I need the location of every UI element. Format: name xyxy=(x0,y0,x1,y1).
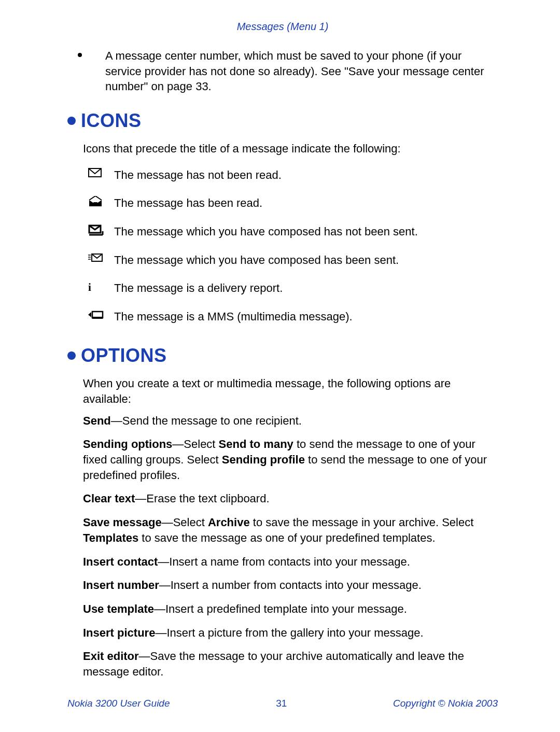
icon-label: The message which you have composed has … xyxy=(114,253,399,268)
icon-row: The message has not been read. xyxy=(88,168,498,183)
icon-label: The message is a delivery report. xyxy=(114,281,283,296)
option-item: Sending options—Select Send to many to s… xyxy=(83,437,498,483)
delivery-report-icon: i xyxy=(88,281,114,294)
icon-label: The message which you have composed has … xyxy=(114,224,418,240)
footer-left: Nokia 3200 User Guide xyxy=(67,698,170,709)
icon-label: The message has not been read. xyxy=(114,168,282,183)
icon-label: The message is a MMS (multimedia message… xyxy=(114,309,353,325)
read-envelope-icon xyxy=(88,196,114,207)
options-list: Send—Send the message to one recipient.S… xyxy=(67,413,498,680)
mms-icon xyxy=(88,309,114,320)
bullet-text: A message center number, which must be s… xyxy=(105,48,498,94)
heading-text: OPTIONS xyxy=(81,345,167,366)
heading-bullet xyxy=(67,117,76,125)
option-item: Insert contact—Insert a name from contac… xyxy=(83,554,498,570)
option-item: Insert picture—Insert a picture from the… xyxy=(83,625,498,641)
icon-row: i The message is a delivery report. xyxy=(88,281,498,296)
footer-page-number: 31 xyxy=(276,698,287,709)
unread-envelope-icon xyxy=(88,168,114,178)
options-heading: OPTIONS xyxy=(67,345,498,367)
icon-row: The message is a MMS (multimedia message… xyxy=(88,309,498,325)
section-header: Messages (Menu 1) xyxy=(67,21,498,33)
option-item: Use template—Insert a predefined templat… xyxy=(83,601,498,617)
svg-marker-10 xyxy=(88,312,91,317)
options-intro: When you create a text or multimedia mes… xyxy=(83,376,498,406)
icon-row: The message which you have composed has … xyxy=(88,253,498,268)
option-item: Exit editor—Save the message to your arc… xyxy=(83,649,498,679)
icon-label: The message has been read. xyxy=(114,196,262,211)
draft-unsent-icon xyxy=(88,224,114,237)
option-item: Insert number—Insert a number from conta… xyxy=(83,578,498,593)
icon-row: The message which you have composed has … xyxy=(88,224,498,240)
icons-intro: Icons that precede the title of a messag… xyxy=(83,141,498,157)
page-footer: Nokia 3200 User Guide 31 Copyright © Nok… xyxy=(67,698,498,709)
icons-heading: ICONS xyxy=(67,110,498,132)
icon-row: The message has been read. xyxy=(88,196,498,211)
bullet-dot xyxy=(78,53,82,57)
heading-bullet xyxy=(67,351,76,360)
option-item: Send—Send the message to one recipient. xyxy=(83,413,498,429)
heading-text: ICONS xyxy=(81,110,142,131)
sent-envelope-icon xyxy=(88,253,114,263)
option-item: Clear text—Erase the text clipboard. xyxy=(83,491,498,506)
option-item: Save message—Select Archive to save the … xyxy=(83,515,498,545)
footer-right: Copyright © Nokia 2003 xyxy=(393,698,498,709)
continuation-bullet: A message center number, which must be s… xyxy=(78,48,498,94)
icons-table: The message has not been read. The messa… xyxy=(88,168,498,325)
